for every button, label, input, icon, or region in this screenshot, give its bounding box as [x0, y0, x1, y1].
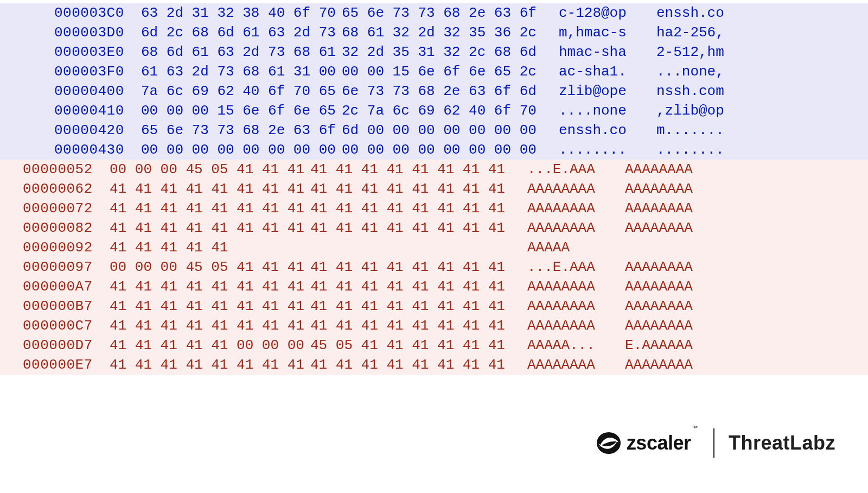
hexdump-row: 0000009700 00 00 45 05 41 41 4141 41 41 … — [0, 257, 868, 277]
hexdump-row: 000003C063 2d 31 32 38 40 6f 7065 6e 73 … — [0, 3, 868, 23]
hex-bytes-2: 6d 00 00 00 00 00 00 00 — [342, 121, 559, 140]
ascii-2: AAAAAAAA — [625, 355, 693, 375]
hexdump-row: 000000D741 41 41 41 41 00 00 0045 05 41 … — [0, 336, 868, 355]
ascii-1: ........ — [559, 140, 656, 160]
trademark-symbol: ™ — [691, 424, 698, 432]
hex-bytes-2: 41 41 41 41 41 41 41 41 — [310, 277, 527, 296]
hexdump-row: 0000007241 41 41 41 41 41 41 4141 41 41 … — [0, 199, 868, 218]
ascii-2: E.AAAAAA — [625, 336, 693, 355]
ascii-2: AAAAAAAA — [625, 316, 693, 336]
hexdump-row: 000000C741 41 41 41 41 41 41 4141 41 41 … — [0, 316, 868, 336]
hex-bytes-2: 65 6e 73 73 68 2e 63 6f — [342, 3, 559, 23]
zscaler-text: zscaler™ — [627, 432, 697, 454]
hex-bytes-2: 41 41 41 41 41 41 41 41 — [310, 296, 527, 316]
hexdump-row: 000003F061 63 2d 73 68 61 31 0000 00 15 … — [0, 62, 868, 81]
hex-bytes-1: 00 00 00 15 6e 6f 6e 65 — [141, 101, 342, 121]
hexdump-row: 000000E741 41 41 41 41 41 41 4141 41 41 … — [0, 355, 868, 375]
hexdump-row: 0000006241 41 41 41 41 41 41 4141 41 41 … — [0, 179, 868, 199]
hex-bytes-2 — [310, 238, 527, 257]
offset: 00000072 — [23, 199, 110, 218]
ascii-2: AAAAAAAA — [625, 218, 693, 238]
hexdump-row: 0000043000 00 00 00 00 00 00 0000 00 00 … — [0, 140, 868, 160]
hex-bytes-2: 00 00 15 6e 6f 6e 65 2c — [342, 62, 559, 81]
ascii-1: ac-sha1. — [559, 62, 656, 81]
ascii-1: AAAAA... — [527, 336, 625, 355]
ascii-2: nssh.com — [656, 81, 724, 101]
offset: 00000092 — [23, 238, 110, 257]
zscaler-logo: zscaler™ — [596, 428, 714, 458]
hex-bytes-2: 41 41 41 41 41 41 41 41 — [310, 218, 527, 238]
ascii-1: AAAAA — [527, 238, 625, 257]
hexdump-row: 000000B741 41 41 41 41 41 41 4141 41 41 … — [0, 296, 868, 316]
ascii-1: c-128@op — [559, 3, 656, 23]
hex-bytes-1: 41 41 41 41 41 41 41 41 — [110, 277, 310, 296]
hex-bytes-1: 41 41 41 41 41 00 00 00 — [110, 336, 310, 355]
hex-bytes-2: 41 41 41 41 41 41 41 41 — [310, 355, 527, 375]
ascii-2: AAAAAAAA — [625, 160, 693, 179]
offset: 000000B7 — [23, 296, 110, 316]
hexdump-row: 000004007a 6c 69 62 40 6f 70 656e 73 73 … — [0, 81, 868, 101]
offset: 000003E0 — [54, 42, 141, 62]
hex-bytes-1: 63 2d 31 32 38 40 6f 70 — [141, 3, 342, 23]
hex-bytes-2: 6e 73 73 68 2e 63 6f 6d — [342, 81, 559, 101]
ascii-1: zlib@ope — [559, 81, 656, 101]
ascii-1: ....none — [559, 101, 656, 121]
ascii-1: AAAAAAAA — [527, 179, 625, 199]
hex-bytes-1: 41 41 41 41 41 41 41 41 — [110, 199, 310, 218]
ascii-1: AAAAAAAA — [527, 199, 625, 218]
offset: 000003C0 — [54, 3, 141, 23]
offset: 000000A7 — [23, 277, 110, 296]
ascii-2: AAAAAAAA — [625, 257, 693, 277]
hex-bytes-1: 00 00 00 45 05 41 41 41 — [110, 257, 310, 277]
ascii-1: enssh.co — [559, 121, 656, 140]
ascii-2: m....... — [656, 121, 724, 140]
hex-bytes-2: 41 41 41 41 41 41 41 41 — [310, 257, 527, 277]
hex-bytes-2: 68 61 32 2d 32 35 36 2c — [342, 23, 559, 42]
offset: 000000E7 — [23, 355, 110, 375]
hexdump-row: 0000009241 41 41 41 41AAAAA — [0, 238, 868, 257]
offset: 000000D7 — [23, 336, 110, 355]
hexdump-block: 000003C063 2d 31 32 38 40 6f 7065 6e 73 … — [0, 0, 868, 375]
offset: 000003D0 — [54, 23, 141, 42]
hex-bytes-2: 2c 7a 6c 69 62 40 6f 70 — [342, 101, 559, 121]
ascii-2: enssh.co — [656, 3, 724, 23]
zscaler-icon — [596, 431, 621, 456]
offset: 00000410 — [54, 101, 141, 121]
offset: 00000420 — [54, 121, 141, 140]
hex-bytes-1: 61 63 2d 73 68 61 31 00 — [141, 62, 342, 81]
hexdump-row: 0000008241 41 41 41 41 41 41 4141 41 41 … — [0, 218, 868, 238]
svg-point-0 — [597, 432, 621, 454]
threatlabz-text: ThreatLabz — [714, 432, 835, 454]
ascii-2: ha2-256, — [656, 23, 724, 42]
hex-bytes-1: 6d 2c 68 6d 61 63 2d 73 — [141, 23, 342, 42]
hex-bytes-2: 41 41 41 41 41 41 41 41 — [310, 160, 527, 179]
ascii-1: AAAAAAAA — [527, 355, 625, 375]
hexdump-row: 000000A741 41 41 41 41 41 41 4141 41 41 … — [0, 277, 868, 296]
hex-bytes-1: 41 41 41 41 41 41 41 41 — [110, 316, 310, 336]
hex-bytes-1: 68 6d 61 63 2d 73 68 61 — [141, 42, 342, 62]
ascii-1: m,hmac-s — [559, 23, 656, 42]
hex-bytes-1: 41 41 41 41 41 — [110, 238, 310, 257]
ascii-1: ...E.AAA — [527, 160, 625, 179]
ascii-2: AAAAAAAA — [625, 179, 693, 199]
ascii-1: ...E.AAA — [527, 257, 625, 277]
hex-bytes-1: 65 6e 73 73 68 2e 63 6f — [141, 121, 342, 140]
offset: 00000097 — [23, 257, 110, 277]
ascii-1: AAAAAAAA — [527, 218, 625, 238]
ascii-2: ,zlib@op — [656, 101, 724, 121]
offset: 00000062 — [23, 179, 110, 199]
hex-bytes-2: 32 2d 35 31 32 2c 68 6d — [342, 42, 559, 62]
hex-bytes-1: 41 41 41 41 41 41 41 41 — [110, 355, 310, 375]
hex-bytes-2: 41 41 41 41 41 41 41 41 — [310, 179, 527, 199]
hex-bytes-1: 41 41 41 41 41 41 41 41 — [110, 179, 310, 199]
hexdump-row: 0000005200 00 00 45 05 41 41 4141 41 41 … — [0, 160, 868, 179]
ascii-2: ........ — [656, 140, 724, 160]
hexdump-row: 000003D06d 2c 68 6d 61 63 2d 7368 61 32 … — [0, 23, 868, 42]
hexdump-row: 0000041000 00 00 15 6e 6f 6e 652c 7a 6c … — [0, 101, 868, 121]
offset: 00000052 — [23, 160, 110, 179]
ascii-2: AAAAAAAA — [625, 296, 693, 316]
hex-bytes-2: 41 41 41 41 41 41 41 41 — [310, 316, 527, 336]
hex-bytes-1: 7a 6c 69 62 40 6f 70 65 — [141, 81, 342, 101]
ascii-1: AAAAAAAA — [527, 316, 625, 336]
footer-branding: zscaler™ ThreatLabz — [596, 428, 835, 458]
